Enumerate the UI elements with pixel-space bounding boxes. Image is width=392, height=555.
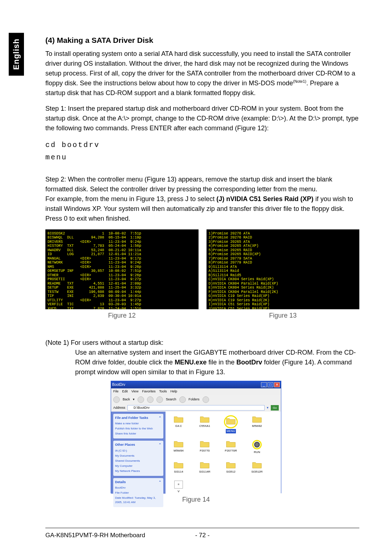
menu-help[interactable]: Help	[170, 389, 177, 394]
folder-item-p20770[interactable]: P20770	[195, 440, 214, 454]
back-label[interactable]: Back	[123, 397, 130, 402]
minimize-button[interactable]: _	[261, 382, 267, 387]
figure13-screenshot: 1)Promise 20276 ATA2)Promise 20276 RAID3…	[207, 229, 360, 309]
menu-file[interactable]: File	[113, 389, 119, 394]
folder-item-si3114[interactable]: SI3114	[169, 461, 188, 474]
menu-edit[interactable]: Edit	[122, 389, 128, 394]
folder-item-si3512[interactable]: SI3512	[221, 461, 240, 474]
folder-item-p20770r[interactable]: P20770R	[221, 440, 240, 454]
section-title: (4) Making a SATA Driver Disk	[45, 34, 359, 46]
footer-left: GA-K8N51PVMT-9-RH Motherboard	[45, 532, 188, 539]
figure12-screenshot: BIOSDSK2 1 10-08-02 7:51pBISWHQL DLL 94,…	[45, 229, 199, 309]
step2-bold: (J) nVIDIA C51 Series Raid (XP)	[216, 195, 313, 203]
highlight-circle	[224, 415, 238, 428]
note1-text3: file in the	[207, 359, 236, 366]
panel2-title: Other Places	[115, 442, 135, 448]
folder-item-si3114r[interactable]: SI3114R	[195, 461, 214, 474]
language-tab: English	[9, 33, 24, 76]
folder-item-g4.c[interactable]: G4.C	[169, 415, 188, 433]
note1-label: (Note 1)	[45, 339, 69, 346]
address-field[interactable]: D:\BootDrv	[127, 405, 265, 411]
panel3-title: Details	[115, 480, 126, 485]
sidebar-link[interactable]: Make a new folder	[115, 421, 162, 426]
step2-p1: Step 2: When the controller menu (Figure…	[45, 175, 359, 194]
footer-rule	[45, 528, 359, 528]
menu-tools[interactable]: Tools	[159, 389, 167, 394]
step2-p2a: For example, from the menu in Figure 13,…	[45, 195, 216, 203]
sidebar-link[interactable]: Publish this folder to the Web	[115, 427, 162, 431]
panel1-title: File and Folder Tasks	[115, 416, 148, 421]
folder-area: G4.CC55XA1MENUM5W82M5W84P20770P20770RRUN…	[166, 412, 281, 494]
figure14-window: BootDrv _ □ ✕ FileEditViewFavoritesTools…	[111, 381, 281, 493]
folder-item-m5w82[interactable]: M5W82	[248, 415, 266, 433]
chevron-icon[interactable]: ⌃	[159, 416, 162, 421]
folders-label[interactable]: Folders	[189, 397, 200, 402]
text-file-icon: ≡	[174, 481, 183, 489]
figure12-caption: Figure 12	[45, 311, 199, 321]
menu-view[interactable]: View	[131, 389, 138, 394]
sidebar-link: File Folder	[115, 491, 162, 495]
address-label: Address	[113, 405, 125, 411]
maximize-button[interactable]: □	[268, 382, 273, 387]
close-button[interactable]: ✕	[274, 382, 280, 387]
sidebar-link[interactable]: My Documents	[115, 454, 162, 458]
command-line-2: menu	[45, 151, 359, 164]
folder-item-c55xa1[interactable]: C55XA1	[195, 415, 214, 433]
footer-center: - 72 -	[188, 532, 217, 539]
note1-bold1: MENU.exe	[175, 359, 207, 366]
note1-text1: For users without a startup disk:	[71, 339, 163, 346]
sidebar-link: Date Modified: Tuesday, May 3, 2005, 10:…	[115, 496, 162, 505]
toolbar: Back ▾ Search Folders	[111, 395, 281, 404]
explorer-sidebar: File and Folder Tasks⌃ Make a new folder…	[111, 412, 166, 494]
footer-right	[217, 532, 360, 539]
chevron-icon[interactable]: ⌃	[159, 480, 162, 485]
gear-icon	[254, 442, 260, 448]
sidebar-link[interactable]: IA (C:\D:)	[115, 449, 162, 453]
sidebar-link: BootDrv	[115, 486, 162, 490]
menubar: FileEditViewFavoritesToolsHelp	[111, 388, 281, 395]
window-title: BootDrv	[112, 382, 125, 387]
search-icon[interactable]	[156, 396, 163, 403]
sidebar-link[interactable]: My Network Places	[115, 469, 162, 473]
command-line-1: cd bootdrv	[45, 139, 359, 151]
highlight-circle	[252, 440, 262, 449]
forward-icon[interactable]	[138, 396, 144, 403]
figure13-caption: Figure 13	[207, 311, 360, 321]
folder-item-run[interactable]: RUN	[248, 440, 266, 454]
menu-favorites[interactable]: Favorites	[142, 389, 155, 394]
step1-text: Step 1: Insert the prepared startup disk…	[45, 104, 359, 133]
sidebar-link[interactable]: Share this folder	[115, 432, 162, 436]
folder-item-v[interactable]: ≡V	[169, 481, 188, 494]
up-icon[interactable]	[147, 396, 154, 403]
note-ref: (Note1)	[293, 79, 306, 83]
sidebar-link[interactable]: Shared Documents	[115, 459, 162, 463]
go-button[interactable]: Go	[271, 405, 279, 411]
folder-item-menu[interactable]: MENU	[221, 415, 240, 433]
views-icon[interactable]	[203, 396, 209, 403]
folder-icon	[129, 406, 134, 410]
back-icon[interactable]	[113, 396, 120, 403]
folder-item-si3512r[interactable]: SI3512R	[248, 461, 266, 474]
folder-item-m5w84[interactable]: M5W84	[169, 440, 188, 454]
note1-bold2: BootDrv	[236, 359, 262, 366]
folders-icon[interactable]	[179, 396, 186, 403]
chevron-icon[interactable]: ⌃	[159, 442, 162, 448]
address-value: D:\BootDrv	[134, 405, 150, 411]
search-label[interactable]: Search	[166, 397, 176, 402]
sidebar-link[interactable]: My Computer	[115, 464, 162, 468]
